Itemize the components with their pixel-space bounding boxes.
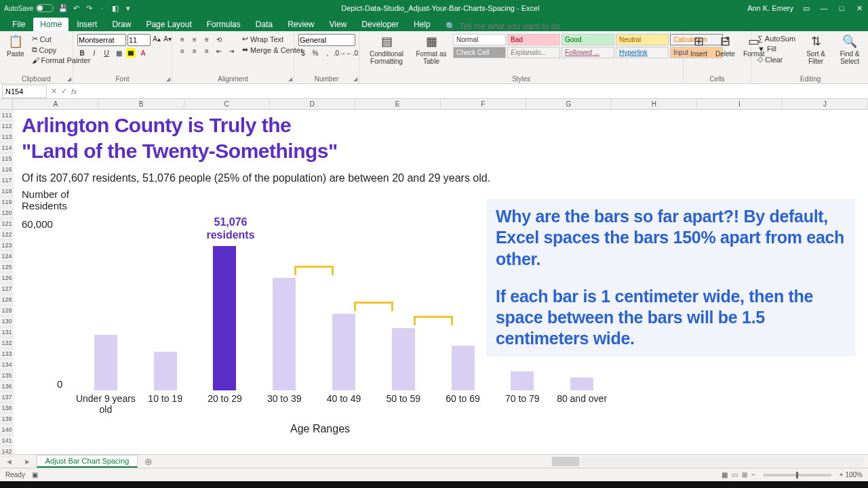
clipboard-launcher-icon[interactable]: ◢ xyxy=(67,76,71,82)
col-header-D[interactable]: D xyxy=(270,99,355,110)
font-launcher-icon[interactable]: ◢ xyxy=(166,76,170,82)
tab-home[interactable]: Home xyxy=(33,18,68,31)
page-layout-view-icon[interactable]: ▭ xyxy=(732,471,738,479)
col-header-E[interactable]: E xyxy=(355,99,441,110)
tab-developer[interactable]: Developer xyxy=(355,18,406,31)
col-header-C[interactable]: C xyxy=(184,99,270,110)
delete-cells-button[interactable]: ⊟Delete xyxy=(713,34,738,59)
bar-2[interactable] xyxy=(213,246,236,390)
hscroll-thumb[interactable] xyxy=(552,457,579,466)
row-header[interactable]: 115 xyxy=(0,153,14,164)
tell-me-input[interactable] xyxy=(460,22,582,31)
align-right-icon[interactable]: ≡ xyxy=(201,45,213,56)
comma-icon[interactable]: , xyxy=(323,48,332,58)
bar-7[interactable] xyxy=(511,371,534,390)
col-header-H[interactable]: H xyxy=(612,99,697,110)
select-all-corner[interactable] xyxy=(0,99,13,110)
bold-button[interactable]: B xyxy=(77,48,87,58)
row-header[interactable]: 133 xyxy=(0,348,14,359)
align-top-icon[interactable]: ≡ xyxy=(176,34,189,45)
bar-8[interactable] xyxy=(570,378,593,390)
close-icon[interactable]: ✕ xyxy=(854,4,864,13)
qat-more-icon[interactable]: ▾ xyxy=(123,4,134,13)
row-header[interactable]: 130 xyxy=(0,316,14,327)
col-header-A[interactable]: A xyxy=(13,99,98,110)
underline-button[interactable]: U xyxy=(102,48,111,58)
bar-1[interactable] xyxy=(154,352,177,390)
tab-review[interactable]: Review xyxy=(281,18,321,31)
row-header[interactable]: 136 xyxy=(0,381,14,392)
row-header[interactable]: 116 xyxy=(0,164,14,175)
row-header[interactable]: 119 xyxy=(0,197,14,207)
tab-formulas[interactable]: Formulas xyxy=(200,18,248,31)
maximize-icon[interactable]: □ xyxy=(837,4,846,12)
border-button[interactable]: ▦ xyxy=(114,48,123,58)
style-normal[interactable]: Normal xyxy=(453,34,506,45)
row-header[interactable]: 140 xyxy=(0,424,14,435)
bar-4[interactable] xyxy=(332,314,355,390)
row-header[interactable]: 135 xyxy=(0,370,14,381)
name-box[interactable] xyxy=(2,85,47,98)
touch-mode-icon[interactable]: ◧ xyxy=(110,4,121,13)
worksheet-grid[interactable]: ABCDEFGHIJ 11111211311411511611711811912… xyxy=(0,99,868,454)
indent-dec-icon[interactable]: ⇤ xyxy=(213,45,225,56)
currency-icon[interactable]: $ xyxy=(298,48,308,58)
column-headers[interactable]: ABCDEFGHIJ xyxy=(0,99,868,110)
user-name[interactable]: Ann K. Emery xyxy=(747,4,793,12)
style-bad[interactable]: Bad xyxy=(507,34,560,45)
row-header[interactable]: 112 xyxy=(0,121,14,131)
row-header[interactable]: 131 xyxy=(0,327,14,338)
undo-icon[interactable]: ↶ xyxy=(71,4,81,13)
zoom-out-icon[interactable]: − xyxy=(751,471,755,479)
clear-button[interactable]: ◇Clear xyxy=(755,54,797,64)
dec-decimal-icon[interactable]: ←.0 xyxy=(347,48,357,58)
horizontal-scrollbar[interactable] xyxy=(552,457,864,466)
page-break-view-icon[interactable]: ⊞ xyxy=(742,471,747,479)
row-header[interactable]: 113 xyxy=(0,131,14,142)
sheet-nav-prev-icon[interactable]: ◄ xyxy=(0,458,18,466)
zoom-level[interactable]: + 100% xyxy=(840,471,863,479)
tab-draw[interactable]: Draw xyxy=(105,18,138,31)
font-color-button[interactable]: A xyxy=(138,48,148,58)
bar-5[interactable] xyxy=(392,328,415,390)
row-header[interactable]: 123 xyxy=(0,240,14,251)
row-header[interactable]: 129 xyxy=(0,305,14,316)
row-header[interactable]: 134 xyxy=(0,359,14,370)
row-header[interactable]: 111 xyxy=(0,110,14,121)
row-header[interactable]: 125 xyxy=(0,262,14,272)
format-as-table-button[interactable]: ▦Format as Table xyxy=(412,34,450,66)
conditional-formatting-button[interactable]: ▤Conditional Formatting xyxy=(363,34,410,66)
bar-6[interactable] xyxy=(452,346,475,390)
style-explanatory[interactable]: Explanato... xyxy=(507,47,560,58)
tab-view[interactable]: View xyxy=(323,18,354,31)
tab-page-layout[interactable]: Page Layout xyxy=(139,18,198,31)
inc-decimal-icon[interactable]: .0→ xyxy=(335,48,344,58)
row-header[interactable]: 120 xyxy=(0,207,14,218)
tab-help[interactable]: Help xyxy=(407,18,437,31)
increase-font-icon[interactable]: A▴ xyxy=(152,34,161,43)
row-header[interactable]: 117 xyxy=(0,175,14,186)
insert-cells-button[interactable]: ⊞Insert xyxy=(688,34,710,59)
row-header[interactable]: 132 xyxy=(0,338,14,348)
new-sheet-icon[interactable]: ⊕ xyxy=(138,456,159,467)
autosave-toggle[interactable]: AutoSave xyxy=(4,4,54,12)
percent-icon[interactable]: % xyxy=(311,48,320,58)
row-header[interactable]: 118 xyxy=(0,186,14,197)
row-header[interactable]: 126 xyxy=(0,272,14,283)
align-left-icon[interactable]: ≡ xyxy=(176,45,189,56)
style-good[interactable]: Good xyxy=(561,34,614,45)
row-header[interactable]: 141 xyxy=(0,435,14,446)
cell-styles-gallery[interactable]: Normal Bad Good Neutral Calculation Chec… xyxy=(453,34,723,58)
autosum-button[interactable]: ∑AutoSum xyxy=(755,34,797,43)
row-header[interactable]: 124 xyxy=(0,251,14,262)
fx-icon[interactable]: fx xyxy=(71,87,77,96)
indent-inc-icon[interactable]: ⇥ xyxy=(225,45,237,56)
style-neutral[interactable]: Neutral xyxy=(616,34,669,45)
bar-0[interactable] xyxy=(94,335,117,390)
tab-data[interactable]: Data xyxy=(249,18,279,31)
row-header[interactable]: 122 xyxy=(0,229,14,240)
row-header[interactable]: 121 xyxy=(0,218,14,229)
style-followed[interactable]: Followed ... xyxy=(561,47,614,58)
row-header[interactable]: 138 xyxy=(0,403,14,413)
find-select-button[interactable]: 🔍Find & Select xyxy=(834,34,865,66)
